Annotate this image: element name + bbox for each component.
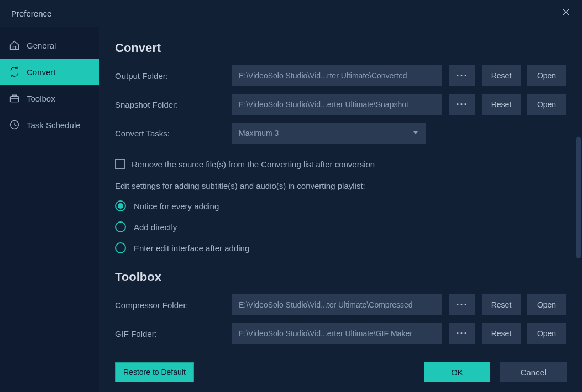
output-folder-label: Output Folder: [115,71,226,81]
snapshot-folder-path[interactable]: E:\VideoSolo Studio\Vid...erter Ultimate… [232,94,442,115]
output-folder-browse-button[interactable]: ··· [449,65,475,86]
convert-tasks-dropdown[interactable]: Maximum 3 [232,123,426,144]
scrollbar[interactable] [576,137,581,258]
radio-add-directly[interactable]: Add directly [115,221,567,232]
gif-folder-browse-button[interactable]: ··· [449,323,475,344]
output-folder-row: Output Folder: E:\VideoSolo Studio\Vid..… [115,65,567,86]
sidebar-item-convert[interactable]: Convert [0,59,99,85]
sidebar-item-toolbox[interactable]: Toolbox [0,85,99,112]
compressor-folder-path[interactable]: E:\VideoSolo Studio\Vid...ter Ultimate\C… [232,294,442,315]
svg-rect-2 [11,97,19,102]
gif-folder-open-button[interactable]: Open [527,323,566,344]
cancel-button[interactable]: Cancel [500,362,567,382]
compressor-folder-label: Compressor Folder: [115,300,226,310]
compressor-folder-open-button[interactable]: Open [527,294,566,315]
sidebar-item-label: General [27,41,56,50]
restore-default-button[interactable]: Restore to Default [115,362,194,382]
output-folder-path[interactable]: E:\VideoSolo Studio\Vid...rter Ultimate\… [232,65,442,86]
compressor-folder-reset-button[interactable]: Reset [482,294,521,315]
window-title: Preference [11,9,51,18]
snapshot-folder-browse-button[interactable]: ··· [449,94,475,115]
remove-source-row[interactable]: Remove the source file(s) from the Conve… [115,159,567,169]
chevron-down-icon [412,129,419,137]
content: Convert Output Folder: E:\VideoSolo Stud… [99,27,582,392]
convert-icon [9,66,20,77]
remove-source-label: Remove the source file(s) from the Conve… [132,160,375,169]
gif-folder-row: GIF Folder: E:\VideoSolo Studio\Vid...er… [115,323,567,344]
body: General Convert Toolbox Task Schedule [0,27,582,392]
gif-folder-reset-button[interactable]: Reset [482,323,521,344]
preference-window: Preference General Convert [0,0,582,392]
sidebar-item-label: Toolbox [27,94,55,103]
gif-folder-path[interactable]: E:\VideoSolo Studio\Vid...erter Ultimate… [232,323,442,344]
footer-right: OK Cancel [424,362,567,382]
section-heading-convert: Convert [115,41,567,55]
clock-icon [9,119,20,130]
radio-button[interactable] [115,200,126,211]
toolbox-icon [9,93,20,104]
ok-button[interactable]: OK [424,362,490,382]
convert-tasks-label: Convert Tasks: [115,129,226,138]
titlebar: Preference [0,0,582,27]
radio-button[interactable] [115,242,126,253]
snapshot-folder-reset-button[interactable]: Reset [482,94,521,115]
convert-tasks-row: Convert Tasks: Maximum 3 [115,123,567,144]
sidebar-item-label: Task Schedule [27,120,81,130]
output-folder-reset-button[interactable]: Reset [482,65,521,86]
sidebar-item-general[interactable]: General [0,32,99,59]
radio-button[interactable] [115,221,126,232]
gif-folder-label: GIF Folder: [115,329,226,338]
radio-label: Enter edit interface after adding [134,243,249,253]
convert-tasks-value: Maximum 3 [239,129,279,137]
compressor-folder-row: Compressor Folder: E:\VideoSolo Studio\V… [115,294,567,315]
snapshot-folder-row: Snapshot Folder: E:\VideoSolo Studio\Vid… [115,94,567,115]
svg-marker-5 [413,131,418,134]
radio-enter-edit-interface[interactable]: Enter edit interface after adding [115,242,567,253]
snapshot-folder-label: Snapshot Folder: [115,100,226,109]
footer: Restore to Default OK Cancel [99,359,582,392]
sidebar-item-task-schedule[interactable]: Task Schedule [0,112,99,138]
home-icon [9,40,20,51]
radio-notice-every-adding[interactable]: Notice for every adding [115,200,567,211]
section-heading-toolbox: Toolbox [115,270,567,284]
compressor-folder-browse-button[interactable]: ··· [449,294,475,315]
output-folder-open-button[interactable]: Open [527,65,566,86]
content-wrap: Convert Output Folder: E:\VideoSolo Stud… [99,27,582,392]
edit-settings-help: Edit settings for adding subtitle(s) and… [115,181,567,190]
snapshot-folder-open-button[interactable]: Open [527,94,566,115]
sidebar-item-label: Convert [27,67,56,77]
radio-label: Add directly [134,223,177,232]
close-icon[interactable] [561,7,571,19]
remove-source-checkbox[interactable] [115,159,125,169]
sidebar: General Convert Toolbox Task Schedule [0,27,99,392]
radio-label: Notice for every adding [134,202,219,211]
